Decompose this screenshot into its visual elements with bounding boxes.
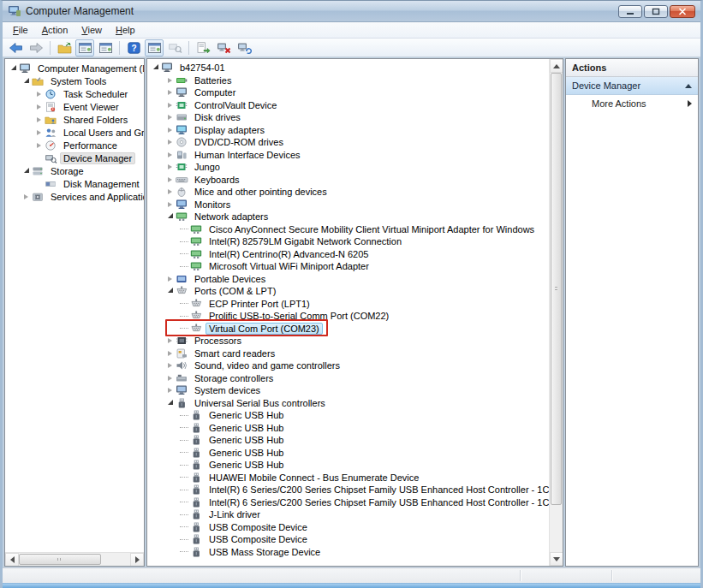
more-actions-item[interactable]: More Actions [566,95,698,111]
tree-item-disk-drives[interactable]: Disk drives [147,111,549,124]
expand-expander-icon[interactable] [165,373,175,383]
expand-expander-icon[interactable] [165,113,175,122]
collapse-expander-icon[interactable] [21,166,31,175]
expand-expander-icon[interactable] [34,140,44,150]
forward-button[interactable] [27,39,45,56]
uninstall-device-button[interactable] [214,39,233,56]
collapse-expander-icon[interactable] [165,287,175,296]
expand-expander-icon[interactable] [21,192,31,201]
expand-expander-icon[interactable] [34,102,44,111]
tree-item-services-and-applications[interactable]: Services and Applications [5,190,144,203]
scroll-down-button[interactable] [550,552,563,566]
tree-item-universal-serial-bus-controllers[interactable]: Universal Serial Bus controllers [147,397,549,410]
tree-item-usb-composite-device[interactable]: USB Composite Device [147,533,549,546]
tree-item-usb-mass-storage-device[interactable]: USB Mass Storage Device [147,546,549,559]
tree-item-controlvault-device[interactable]: ControlVault Device [147,99,549,112]
expand-expander-icon[interactable] [165,100,175,110]
expand-expander-icon[interactable] [165,138,175,147]
tree-item-intel-r-6-series-c200-series-chipset-fam[interactable]: Intel(R) 6 Series/C200 Series Chipset Fa… [147,484,549,496]
expand-expander-icon[interactable] [165,75,175,85]
tree-item-display-adapters[interactable]: Display adapters [147,124,549,137]
update-driver-button[interactable] [194,39,212,56]
menu-view[interactable]: View [74,23,109,37]
tree-item-intel-r-6-series-c200-series-chipset-fam[interactable]: Intel(R) 6 Series/C200 Series Chipset Fa… [147,496,549,509]
tree-item-batteries[interactable]: Batteries [147,74,549,87]
back-button[interactable] [6,39,25,56]
horizontal-scroll-thumb[interactable] [19,554,101,565]
tree-item-monitors[interactable]: Monitors [147,199,549,211]
tree-item-jungo[interactable]: Jungo [147,161,549,174]
tree-item-device-manager[interactable]: Device Manager [5,151,144,164]
expand-expander-icon[interactable] [165,125,175,134]
expand-expander-icon[interactable] [165,199,175,209]
tree-item-cisco-anyconnect-secure-mobility-client-[interactable]: Cisco AnyConnect Secure Mobility Client … [147,223,549,236]
tree-item-portable-devices[interactable]: Portable Devices [147,273,549,286]
tree-item-prolific-usb-to-serial-comm-port-com22[interactable]: Prolific USB-to-Serial Comm Port (COM22) [147,310,549,323]
menu-help[interactable]: Help [109,23,142,37]
tree-item-smart-card-readers[interactable]: Smart card readers [147,347,549,360]
vertical-scroll-thumb[interactable] [551,73,562,505]
tree-item-shared-folders[interactable]: Shared Folders [5,113,144,126]
collapse-expander-icon[interactable] [9,63,18,73]
expand-expander-icon[interactable] [165,274,175,283]
tree-item-storage[interactable]: Storage [5,164,144,177]
tree-item-generic-usb-hub[interactable]: Generic USB Hub [147,447,549,460]
menu-action[interactable]: Action [35,23,75,37]
tree-item-sound-video-and-game-controllers[interactable]: Sound, video and game controllers [147,359,549,372]
tree-item-generic-usb-hub[interactable]: Generic USB Hub [147,409,549,422]
maximize-button[interactable] [644,5,668,18]
collapse-expander-icon[interactable] [151,63,160,73]
tree-item-storage-controllers[interactable]: Storage controllers [147,372,549,385]
tree-item-generic-usb-hub[interactable]: Generic USB Hub [147,459,549,472]
expand-expander-icon[interactable] [165,336,175,346]
tree-item-system-devices[interactable]: System devices [147,384,549,397]
scan-button[interactable] [165,39,184,56]
tree-item-processors[interactable]: Processors [147,335,549,347]
tree-item-network-adapters[interactable]: Network adapters [147,211,549,223]
expand-expander-icon[interactable] [165,163,175,172]
tree-item-event-viewer[interactable]: Event Viewer [5,100,144,113]
tree-item-generic-usb-hub[interactable]: Generic USB Hub [147,434,549,447]
scroll-up-button[interactable] [550,59,563,73]
tree-item-computer-management-local[interactable]: Computer Management (Local [5,62,144,74]
close-button[interactable] [670,5,695,18]
show-window-button[interactable] [145,39,164,56]
expand-expander-icon[interactable] [34,128,44,137]
tree-item-local-users-and-groups[interactable]: Local Users and Groups [5,126,144,139]
expand-expander-icon[interactable] [165,361,175,371]
tree-item-virtual-com-port-com23[interactable]: Virtual Com Port (COM23) [147,323,549,336]
show-console-tree-button[interactable] [55,39,74,56]
tree-item-usb-composite-device[interactable]: USB Composite Device [147,521,549,534]
tree-item-performance[interactable]: Performance [5,139,144,151]
expand-expander-icon[interactable] [165,150,175,159]
tree-item-intel-r-centrino-r-advanced-n-6205[interactable]: Intel(R) Centrino(R) Advanced-N 6205 [147,248,549,261]
tree-item-b42754-01[interactable]: b42754-01 [147,62,549,74]
expand-expander-icon[interactable] [165,187,175,197]
expand-expander-icon[interactable] [165,88,175,98]
collapse-section-icon[interactable] [685,80,692,88]
tree-item-human-interface-devices[interactable]: Human Interface Devices [147,149,549,162]
device-tree-vertical-scrollbar[interactable] [549,59,563,566]
tree-item-ecp-printer-port-lpt1[interactable]: ECP Printer Port (LPT1) [147,298,549,311]
tree-item-mice-and-other-pointing-devices[interactable]: Mice and other pointing devices [147,186,549,199]
collapse-expander-icon[interactable] [165,212,175,222]
expand-expander-icon[interactable] [165,348,175,358]
collapse-expander-icon[interactable] [165,398,175,407]
tree-item-disk-management[interactable]: Disk Management [5,177,144,190]
tree-item-dvd-cd-rom-drives[interactable]: DVD/CD-ROM drives [147,136,549,149]
tree-item-microsoft-virtual-wifi-miniport-adapter[interactable]: Microsoft Virtual WiFi Miniport Adapter [147,260,549,273]
tree-item-huawei-mobile-connect-bus-enumerate-devi[interactable]: HUAWEI Mobile Connect - Bus Enumerate De… [147,472,549,484]
tree-item-system-tools[interactable]: System Tools [5,74,144,87]
properties-button[interactable] [96,39,115,56]
tree-item-generic-usb-hub[interactable]: Generic USB Hub [147,422,549,435]
tree-item-keyboards[interactable]: Keyboards [147,174,549,187]
minimize-button[interactable] [618,5,642,18]
expand-expander-icon[interactable] [34,89,44,98]
collapse-expander-icon[interactable] [21,76,31,86]
scan-hardware-changes-button[interactable] [235,39,253,56]
tree-item-intel-r-82579lm-gigabit-network-connecti[interactable]: Intel(R) 82579LM Gigabit Network Connect… [147,235,549,248]
scroll-right-button[interactable] [130,553,144,567]
menu-file[interactable]: File [6,23,35,37]
expand-expander-icon[interactable] [165,386,175,395]
expand-expander-icon[interactable] [165,175,175,184]
